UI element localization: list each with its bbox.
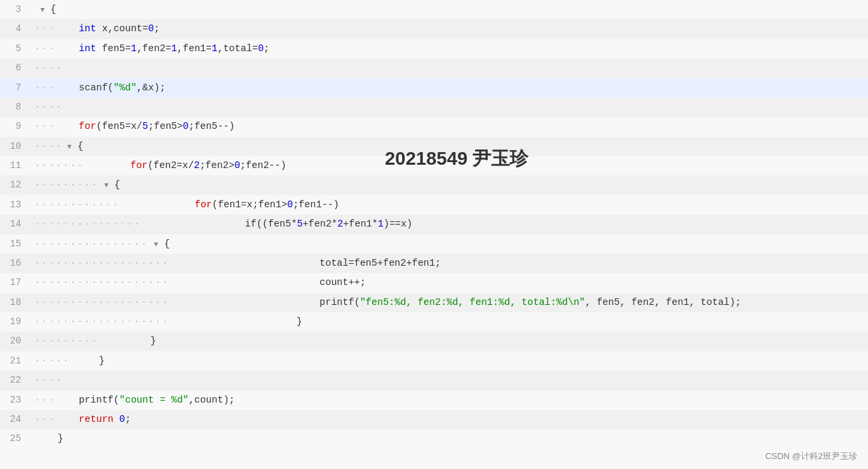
line-content: ··················· } (32, 312, 868, 331)
line-content: ··· int x,count=0; (32, 19, 868, 39)
line-content: ················ ▼ { (32, 234, 868, 254)
line-content: ··· scanf("%d",&x); (32, 78, 868, 98)
line-content: ▼ { (32, 0, 868, 19)
line-number: 13 (0, 195, 32, 215)
line-content: ············ for(fen1=x;fen1>0;fen1--) (32, 195, 868, 215)
line-number: 5 (0, 39, 32, 58)
line-content: ··· return 0; (32, 410, 868, 429)
line-content: ······· for(fen2=x/2;fen2>0;fen2--) (32, 156, 868, 175)
line-content: ···· (32, 98, 868, 117)
line-number: 9 (0, 117, 32, 136)
line-number: 16 (0, 254, 32, 273)
line-content: ··················· printf("fen5:%d, fen… (32, 293, 868, 312)
line-content: ···· ▼ { (32, 137, 868, 156)
line-number: 25 (0, 429, 32, 448)
line-content: ··· int fen5=1,fen2=1,fen1=1,total=0; (32, 39, 868, 58)
line-content: ··················· total=fen5+fen2+fen1… (32, 254, 868, 273)
line-number: 24 (0, 410, 32, 429)
line-number: 14 (0, 215, 32, 234)
line-number: 4 (0, 19, 32, 39)
line-number: 3 (0, 0, 32, 19)
line-number: 19 (0, 312, 32, 331)
line-number: 11 (0, 156, 32, 175)
line-number: 17 (0, 273, 32, 292)
line-content: ········· ▼ { (32, 175, 868, 195)
line-number: 23 (0, 391, 32, 410)
line-number: 12 (0, 175, 32, 195)
line-number: 21 (0, 351, 32, 371)
line-number: 15 (0, 234, 32, 254)
csdn-badge: CSDN @计科2班尹玉珍 (765, 450, 857, 462)
line-number: 18 (0, 293, 32, 312)
line-content: ··················· count++; (32, 273, 868, 292)
line-number: 10 (0, 137, 32, 156)
line-number: 22 (0, 371, 32, 390)
line-content: ····· } (32, 351, 868, 371)
line-number: 6 (0, 58, 32, 78)
line-content: ········· } (32, 331, 868, 351)
code-container: 3 ▼ {4··· int x,count=0;5··· int fen5=1,… (0, 0, 868, 469)
line-content: ···· (32, 371, 868, 390)
code-table: 3 ▼ {4··· int x,count=0;5··· int fen5=1,… (0, 0, 868, 449)
line-content: } (32, 429, 868, 448)
line-content: ···· (32, 58, 868, 78)
line-content: ··· for(fen5=x/5;fen5>0;fen5--) (32, 117, 868, 136)
line-number: 20 (0, 331, 32, 351)
line-content: ··· printf("count = %d",count); (32, 391, 868, 410)
line-number: 7 (0, 78, 32, 98)
line-number: 8 (0, 98, 32, 117)
line-content: ··············· if((fen5*5+fen2*2+fen1*1… (32, 215, 868, 234)
